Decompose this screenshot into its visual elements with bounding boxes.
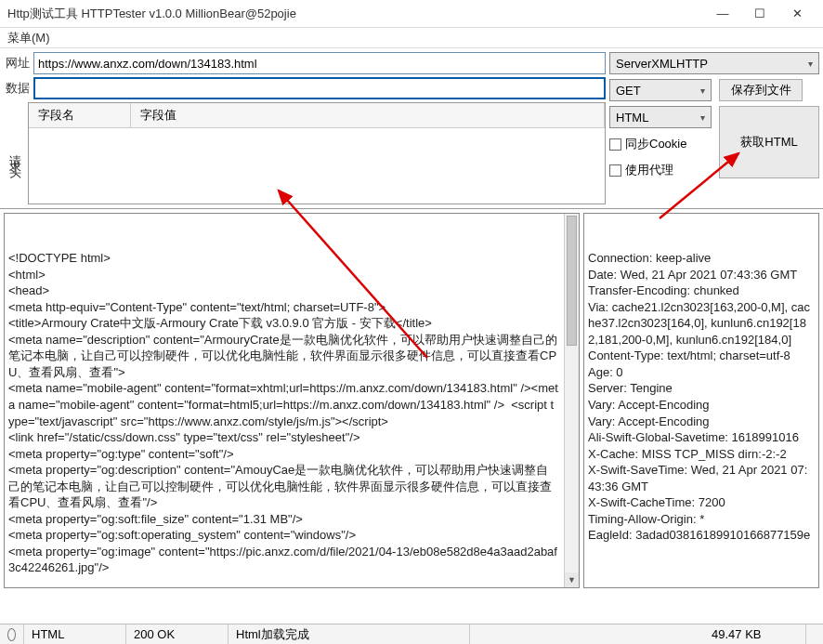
url-input[interactable] bbox=[33, 52, 606, 74]
scrollbar[interactable]: ▼ bbox=[564, 214, 579, 587]
url-label: 网址 bbox=[4, 55, 32, 72]
response-headers-box[interactable]: Connection: keep-alive Date: Wed, 21 Apr… bbox=[583, 213, 819, 588]
method-value: GET bbox=[616, 84, 641, 98]
engine-value: ServerXMLHTTP bbox=[616, 57, 708, 71]
sync-cookie-checkbox[interactable]: 同步Cookie bbox=[609, 134, 712, 154]
maximize-button[interactable]: ☐ bbox=[741, 1, 778, 27]
status-code: 200 OK bbox=[126, 624, 229, 644]
scroll-down-icon[interactable]: ▼ bbox=[565, 572, 579, 587]
headers-table-head: 字段名 字段值 bbox=[29, 103, 605, 128]
headers-table[interactable]: 字段名 字段值 bbox=[28, 102, 606, 204]
config-panel: 网址 数据 请求头 字段名 字段值 ServerXMLHTTP ▾ GET ▾ bbox=[0, 48, 823, 209]
status-format: HTML bbox=[24, 624, 126, 644]
response-panel: <!DOCTYPE html> <html> <head> <meta http… bbox=[0, 209, 823, 592]
checkbox-icon bbox=[609, 164, 621, 177]
response-body-box[interactable]: <!DOCTYPE html> <html> <head> <meta http… bbox=[4, 213, 580, 588]
resize-grip[interactable] bbox=[806, 624, 823, 644]
close-button[interactable]: ✕ bbox=[778, 1, 816, 27]
left-column: 网址 数据 请求头 字段名 字段值 bbox=[4, 52, 606, 204]
method-select[interactable]: GET ▾ bbox=[609, 79, 712, 101]
format-value: HTML bbox=[616, 111, 648, 125]
engine-select[interactable]: ServerXMLHTTP ▾ bbox=[609, 52, 819, 74]
menu-item-menu[interactable]: 菜单(M) bbox=[7, 31, 50, 45]
data-label: 数据 bbox=[4, 80, 32, 97]
chevron-down-icon: ▾ bbox=[700, 112, 705, 123]
window-title: Http测试工具 HTTPTester v1.0.0 MillionBear@5… bbox=[7, 6, 704, 22]
right-column: ServerXMLHTTP ▾ GET ▾ 保存到文件 HTML ▾ 同步Coo… bbox=[609, 52, 819, 204]
scroll-thumb[interactable] bbox=[567, 216, 577, 346]
status-icon bbox=[0, 624, 24, 644]
checkbox-icon bbox=[609, 138, 621, 151]
save-to-file-button[interactable]: 保存到文件 bbox=[719, 79, 803, 101]
status-size: 49.47 KB bbox=[704, 624, 806, 644]
menu-bar: 菜单(M) bbox=[0, 28, 823, 48]
format-select[interactable]: HTML ▾ bbox=[609, 106, 712, 128]
fetch-html-button[interactable]: 获取HTML bbox=[719, 106, 819, 178]
globe-icon bbox=[7, 628, 16, 641]
data-input[interactable] bbox=[33, 77, 606, 99]
status-message: Html加载完成 bbox=[229, 624, 470, 644]
minimize-button[interactable]: — bbox=[704, 1, 741, 27]
chevron-down-icon: ▾ bbox=[808, 59, 813, 69]
response-body-text: <!DOCTYPE html> <html> <head> <meta http… bbox=[8, 250, 573, 576]
title-bar: Http测试工具 HTTPTester v1.0.0 MillionBear@5… bbox=[0, 0, 823, 28]
status-bar: HTML 200 OK Html加载完成 49.47 KB bbox=[0, 624, 823, 644]
use-proxy-checkbox[interactable]: 使用代理 bbox=[609, 160, 712, 180]
header-col-name: 字段名 bbox=[29, 103, 131, 127]
header-col-value: 字段值 bbox=[131, 103, 605, 127]
headers-label: 请求头 bbox=[4, 102, 26, 204]
response-headers-text: Connection: keep-alive Date: Wed, 21 Apr… bbox=[588, 250, 813, 544]
chevron-down-icon: ▾ bbox=[700, 85, 705, 96]
